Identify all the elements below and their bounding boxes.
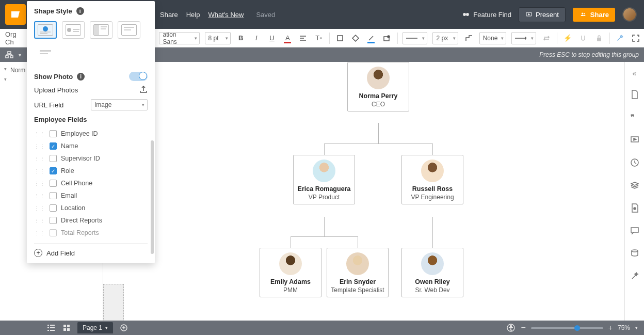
org-node-vp-eng[interactable]: Russell Ross VP Engineering (401, 155, 463, 204)
canvas[interactable]: Norma Perry CEO Erica Romaguera VP Produ… (103, 62, 624, 321)
field-row[interactable]: ⋮⋮✓Name (34, 140, 148, 152)
list-view-icon[interactable] (46, 323, 56, 332)
style-option-5[interactable] (34, 44, 57, 61)
bold-button[interactable]: B (236, 33, 246, 44)
layers-icon[interactable] (629, 180, 640, 191)
field-checkbox[interactable] (50, 180, 57, 187)
clear-format-button[interactable]: T× (314, 33, 324, 44)
dropdown-caret-icon[interactable]: ▾ (19, 52, 21, 58)
arrow-start-select[interactable]: None (479, 32, 506, 44)
zoom-out-button[interactable]: − (521, 323, 525, 332)
drag-handle-icon[interactable]: ⋮⋮ (34, 230, 45, 236)
magnet-icon[interactable] (578, 33, 588, 44)
field-row[interactable]: ⋮⋮Employee ID (34, 127, 148, 140)
page-tab[interactable]: Page 1 ▾ (77, 322, 113, 333)
field-checkbox[interactable] (50, 192, 57, 199)
add-page-button[interactable] (119, 323, 128, 332)
field-checkbox[interactable] (50, 130, 57, 137)
org-node-template[interactable]: Erin Snyder Template Specialist (327, 248, 389, 297)
zoom-slider[interactable] (531, 327, 603, 329)
add-field-button[interactable]: + Add Field (34, 243, 148, 258)
field-row[interactable]: ⋮⋮Direct Reports (34, 214, 148, 227)
upload-icon[interactable] (139, 85, 148, 95)
style-option-3[interactable] (90, 21, 112, 39)
hierarchy-icon[interactable] (4, 50, 14, 60)
magic-icon[interactable] (629, 270, 640, 282)
doc-title[interactable]: Org Ch (5, 30, 25, 46)
share-button[interactable]: Share (573, 8, 615, 22)
style-option-4[interactable] (118, 21, 140, 39)
field-row[interactable]: ⋮⋮Supervisor ID (34, 152, 148, 165)
line-routing-button[interactable] (463, 33, 474, 44)
grid-view-icon[interactable] (62, 323, 71, 332)
swap-ends-button[interactable] (541, 33, 552, 44)
drag-handle-icon[interactable]: ⋮⋮ (34, 131, 45, 137)
field-checkbox[interactable] (50, 229, 57, 236)
shape-settings-button[interactable] (381, 33, 392, 44)
collapse-rail-button[interactable]: « (633, 69, 637, 77)
field-checkbox[interactable]: ✓ (50, 167, 57, 174)
zoom-in-button[interactable]: + (608, 324, 613, 332)
presentation-icon[interactable] (629, 134, 640, 146)
accessibility-icon[interactable] (506, 323, 516, 332)
field-checkbox[interactable] (50, 204, 57, 212)
drag-handle-icon[interactable]: ⋮⋮ (34, 143, 45, 149)
org-node-webdev[interactable]: Owen Riley Sr. Web Dev (401, 248, 463, 297)
drag-handle-icon[interactable]: ⋮⋮ (34, 193, 45, 199)
font-size-select[interactable]: 8 pt (205, 32, 231, 44)
info-icon[interactable]: i (77, 73, 85, 81)
present-button[interactable]: Present (519, 7, 566, 22)
field-checkbox[interactable] (50, 217, 57, 224)
document-icon[interactable] (629, 89, 640, 100)
field-checkbox[interactable]: ✓ (50, 142, 57, 150)
drag-handle-icon[interactable]: ⋮⋮ (34, 218, 45, 224)
drag-handle-icon[interactable]: ⋮⋮ (34, 156, 45, 162)
style-option-2[interactable] (62, 21, 85, 39)
app-logo[interactable] (5, 4, 26, 25)
font-family-select[interactable]: ation Sans (159, 32, 199, 44)
line-color-button[interactable] (366, 33, 376, 44)
menu-share[interactable]: Share (160, 11, 178, 19)
text-color-button[interactable]: A (282, 33, 293, 44)
menu-help[interactable]: Help (186, 11, 200, 19)
fill-color-button[interactable] (335, 33, 345, 44)
page-icon[interactable] (629, 202, 640, 214)
quote-icon[interactable]: ❞ (629, 111, 640, 123)
history-icon[interactable] (629, 157, 640, 168)
drag-handle-icon[interactable]: ⋮⋮ (34, 205, 45, 211)
flash-icon[interactable]: ⚡ (562, 33, 573, 44)
field-row[interactable]: ⋮⋮Location (34, 202, 148, 214)
data-icon[interactable] (629, 248, 640, 259)
org-node-pmm[interactable]: Emily Adams PMM (260, 248, 321, 297)
style-option-1[interactable] (34, 21, 57, 39)
zoom-value[interactable]: 75% (618, 324, 630, 331)
show-photo-toggle[interactable] (129, 72, 148, 81)
info-icon[interactable]: i (76, 7, 84, 15)
feature-find[interactable]: Feature Find (462, 11, 511, 19)
line-style-select[interactable] (403, 32, 427, 44)
comments-icon[interactable] (629, 225, 640, 236)
panel-scrollbar[interactable] (151, 140, 154, 254)
italic-button[interactable]: I (251, 33, 262, 44)
underline-button[interactable]: U (267, 33, 277, 44)
field-row[interactable]: ⋮⋮Cell Phone (34, 177, 148, 189)
wrench-icon[interactable] (615, 33, 625, 44)
url-field-select[interactable]: Image (91, 99, 148, 110)
menu-whats-new[interactable]: What's New (208, 11, 244, 19)
align-button[interactable] (298, 33, 308, 44)
drag-handle-icon[interactable]: ⋮⋮ (34, 181, 45, 186)
user-avatar[interactable] (622, 7, 637, 22)
field-row[interactable]: ⋮⋮✓Role (34, 165, 148, 177)
field-row[interactable]: ⋮⋮Email (34, 189, 148, 202)
line-width-select[interactable]: 2 px (432, 32, 458, 44)
drag-handle-icon[interactable]: ⋮⋮ (34, 168, 45, 174)
lock-icon[interactable] (594, 33, 604, 44)
org-node-ceo[interactable]: Norma Perry CEO (347, 62, 409, 111)
arrow-end-select[interactable] (511, 32, 536, 44)
field-checkbox[interactable] (50, 155, 57, 162)
org-node-vp-product[interactable]: Erica Romaguera VP Product (293, 155, 355, 204)
field-row[interactable]: ⋮⋮Total Reports (34, 227, 148, 239)
chevron-down-icon[interactable]: ▾ (635, 325, 638, 330)
border-color-button[interactable] (350, 33, 361, 44)
fullscreen-button[interactable] (631, 33, 641, 44)
